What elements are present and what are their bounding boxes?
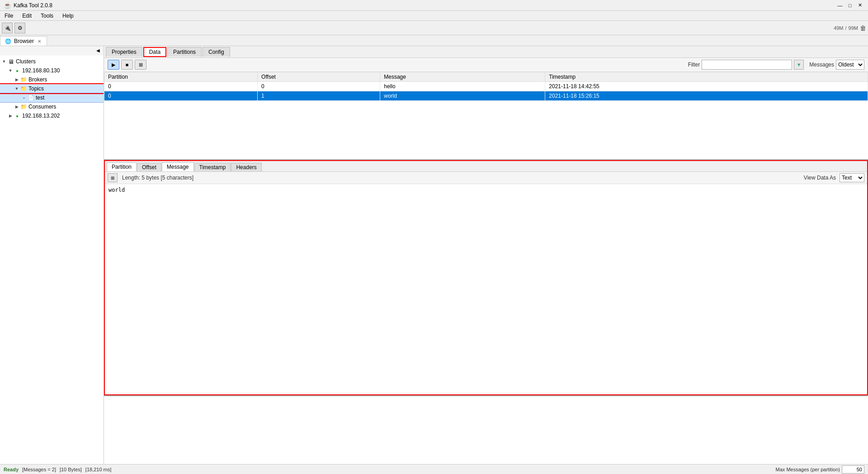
cell-offset: 1 bbox=[258, 91, 380, 101]
filter-input[interactable] bbox=[702, 60, 792, 70]
maximize-button[interactable]: □ bbox=[845, 1, 854, 9]
data-table-area: Partition Offset Message Timestamp 00hel… bbox=[104, 72, 868, 160]
cell-message: hello bbox=[380, 82, 545, 91]
menu-help[interactable]: Help bbox=[58, 12, 78, 20]
cell-partition: 0 bbox=[104, 82, 258, 91]
status-bytes: [10 Bytes] bbox=[60, 467, 82, 472]
test-topic-icon: 📄 bbox=[27, 94, 34, 101]
table-row[interactable]: 01world2021-11-18 15:26:15 bbox=[104, 91, 868, 101]
tab-config[interactable]: Config bbox=[203, 47, 230, 57]
memory-total: 99M bbox=[849, 25, 858, 31]
max-messages-input[interactable] bbox=[842, 465, 864, 474]
cell-partition: 0 bbox=[104, 91, 258, 101]
toolbar-settings-button[interactable]: ⚙ bbox=[14, 23, 25, 33]
col-partition: Partition bbox=[104, 72, 258, 82]
detail-tab-offset[interactable]: Offset bbox=[137, 163, 161, 171]
table-row[interactable]: 00hello2021-11-18 14:42:55 bbox=[104, 82, 868, 91]
clusters-label: Clusters bbox=[16, 58, 36, 65]
memory-icon: 🗑 bbox=[860, 24, 866, 32]
window-controls: — □ ✕ bbox=[835, 1, 864, 9]
cluster1-label: 192.168.80.130 bbox=[22, 67, 60, 74]
col-message: Message bbox=[380, 72, 545, 82]
play-button[interactable]: ▶ bbox=[108, 60, 119, 70]
tab-partitions[interactable]: Partitions bbox=[167, 47, 202, 57]
browser-tab[interactable]: 🌐 Browser ✕ bbox=[0, 36, 47, 46]
grid-button[interactable]: ⊞ bbox=[135, 60, 146, 70]
detail-tab-headers[interactable]: Headers bbox=[231, 163, 261, 171]
cluster2-status-icon: ● bbox=[14, 112, 21, 119]
tree-collapse-button[interactable]: ◀ bbox=[94, 47, 102, 54]
messages-label: Messages bbox=[809, 62, 834, 68]
cluster1-status-icon: ● bbox=[14, 67, 21, 74]
cell-message: world bbox=[380, 91, 545, 101]
browser-tab-close[interactable]: ✕ bbox=[37, 39, 42, 44]
detail-tab-partition[interactable]: Partition bbox=[107, 162, 137, 171]
minimize-button[interactable]: — bbox=[835, 1, 844, 9]
browser-tab-bar: 🌐 Browser ✕ bbox=[0, 35, 868, 46]
left-panel: ◀ ▼ 🖥 Clusters ▼ ● 192.168.80.130 ▶ 📁 Br… bbox=[0, 46, 104, 474]
test-topic-label: test bbox=[36, 95, 44, 101]
col-timestamp: Timestamp bbox=[545, 72, 868, 82]
content-tabs: Properties Data Partitions Config bbox=[104, 46, 868, 58]
bottom-panel bbox=[104, 395, 868, 474]
filter-action-button[interactable]: ▼ bbox=[794, 60, 804, 70]
tree-item-clusters[interactable]: ▼ 🖥 Clusters bbox=[0, 57, 104, 66]
cluster2-label: 192.168.13.202 bbox=[22, 113, 60, 119]
detail-toolbar: ⊞ Length: 5 bytes [5 characters] View Da… bbox=[105, 172, 867, 184]
status-time: [18,210 ms] bbox=[85, 467, 111, 472]
messages-select[interactable]: Oldest Newest bbox=[836, 60, 864, 70]
tree-item-topics[interactable]: ▼ 📁 Topics bbox=[0, 84, 104, 93]
detail-tab-message[interactable]: Message bbox=[162, 162, 194, 171]
clusters-icon: 🖥 bbox=[7, 58, 14, 65]
close-button[interactable]: ✕ bbox=[855, 1, 864, 9]
statusbar: Ready [Messages = 2] [10 Bytes] [18,210 … bbox=[0, 464, 868, 474]
topics-icon: 📁 bbox=[20, 85, 27, 92]
memory-separator: / bbox=[845, 25, 847, 31]
clusters-expander: ▼ bbox=[1, 58, 7, 65]
detail-grid-button[interactable]: ⊞ bbox=[108, 173, 118, 182]
cell-offset: 0 bbox=[258, 82, 380, 91]
memory-used: 49M bbox=[834, 25, 843, 31]
cell-timestamp: 2021-11-18 15:26:15 bbox=[545, 91, 868, 101]
status-right: Max Messages (per partition) bbox=[776, 465, 864, 474]
menu-edit[interactable]: Edit bbox=[18, 12, 36, 20]
tab-properties[interactable]: Properties bbox=[106, 47, 142, 57]
tree-item-cluster1[interactable]: ▼ ● 192.168.80.130 bbox=[0, 66, 104, 75]
toolbar-connect-button[interactable]: 🔌 bbox=[2, 23, 13, 33]
stop-button[interactable]: ■ bbox=[121, 60, 133, 70]
detail-panel: Partition Offset Message Timestamp Heade… bbox=[104, 160, 868, 395]
window-title: Kafka Tool 2.0.8 bbox=[14, 2, 835, 9]
tree-root: ▼ 🖥 Clusters ▼ ● 192.168.80.130 ▶ 📁 Brok… bbox=[0, 55, 104, 122]
tree-item-brokers[interactable]: ▶ 📁 Brokers bbox=[0, 75, 104, 84]
data-toolbar: ▶ ■ ⊞ Filter ▼ Messages Oldest Newest bbox=[104, 58, 868, 72]
col-offset: Offset bbox=[258, 72, 380, 82]
consumers-icon: 📁 bbox=[20, 103, 27, 110]
detail-length: Length: 5 bytes [5 characters] bbox=[122, 175, 802, 181]
menubar: File Edit Tools Help bbox=[0, 11, 868, 21]
browser-tab-icon: 🌐 bbox=[5, 38, 11, 44]
detail-tab-timestamp[interactable]: Timestamp bbox=[194, 163, 231, 171]
menu-tools[interactable]: Tools bbox=[36, 12, 58, 20]
menu-file[interactable]: File bbox=[0, 12, 18, 20]
main-toolbar: 🔌 ⚙ 49M / 99M 🗑 bbox=[0, 21, 868, 35]
topics-expander: ▼ bbox=[14, 85, 20, 92]
brokers-icon: 📁 bbox=[20, 76, 27, 83]
cluster1-expander: ▼ bbox=[7, 67, 14, 74]
status-ready: Ready bbox=[4, 467, 19, 472]
tab-data[interactable]: Data bbox=[143, 47, 166, 57]
view-as-label: View Data As bbox=[804, 175, 836, 181]
browser-tab-label: Browser bbox=[14, 38, 34, 44]
tree-item-test[interactable]: ● 📄 test bbox=[0, 93, 104, 102]
detail-message-value: world bbox=[108, 187, 125, 193]
topics-label: Topics bbox=[28, 85, 44, 92]
view-as-select[interactable]: Text JSON XML Hex bbox=[840, 173, 864, 182]
consumers-label: Consumers bbox=[28, 104, 56, 110]
titlebar: ☕ Kafka Tool 2.0.8 — □ ✕ bbox=[0, 0, 868, 11]
detail-content: world bbox=[105, 184, 867, 394]
tree-item-cluster2[interactable]: ▶ ● 192.168.13.202 bbox=[0, 111, 104, 120]
cluster2-expander: ▶ bbox=[7, 113, 14, 119]
test-expander: ● bbox=[21, 95, 27, 101]
tree-item-consumers[interactable]: ▶ 📁 Consumers bbox=[0, 102, 104, 111]
filter-label: Filter bbox=[688, 62, 700, 68]
brokers-label: Brokers bbox=[28, 76, 47, 83]
